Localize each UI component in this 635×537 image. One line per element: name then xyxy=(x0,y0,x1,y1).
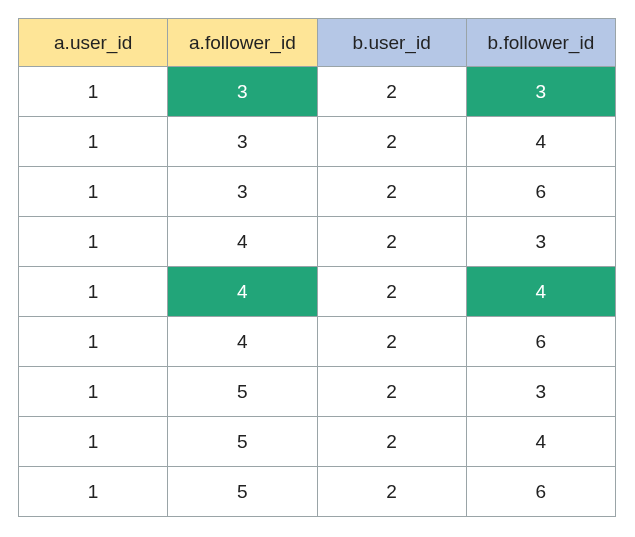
cell-b-user-id: 2 xyxy=(317,367,466,417)
cell-a-follower-id: 4 xyxy=(168,267,317,317)
cell-a-follower-id: 5 xyxy=(168,467,317,517)
table-row: 1323 xyxy=(19,67,616,117)
table-row: 1423 xyxy=(19,217,616,267)
cell-a-follower-id: 4 xyxy=(168,317,317,367)
join-table: a.user_id a.follower_id b.user_id b.foll… xyxy=(18,18,616,517)
cell-a-follower-id: 5 xyxy=(168,417,317,467)
cell-b-user-id: 2 xyxy=(317,117,466,167)
col-b-user-id: b.user_id xyxy=(317,19,466,67)
cell-a-user-id: 1 xyxy=(19,217,168,267)
cell-a-follower-id: 5 xyxy=(168,367,317,417)
table-row: 1526 xyxy=(19,467,616,517)
cell-b-follower-id: 3 xyxy=(466,217,615,267)
cell-b-follower-id: 4 xyxy=(466,267,615,317)
cell-b-user-id: 2 xyxy=(317,167,466,217)
cell-a-follower-id: 3 xyxy=(168,167,317,217)
cell-a-user-id: 1 xyxy=(19,117,168,167)
table-row: 1324 xyxy=(19,117,616,167)
col-b-follower-id: b.follower_id xyxy=(466,19,615,67)
table-row: 1326 xyxy=(19,167,616,217)
table-row: 1523 xyxy=(19,367,616,417)
cell-a-user-id: 1 xyxy=(19,167,168,217)
cell-b-user-id: 2 xyxy=(317,267,466,317)
cell-a-user-id: 1 xyxy=(19,267,168,317)
cell-b-user-id: 2 xyxy=(317,67,466,117)
cell-b-follower-id: 3 xyxy=(466,367,615,417)
cell-b-follower-id: 4 xyxy=(466,117,615,167)
cell-a-user-id: 1 xyxy=(19,317,168,367)
cell-a-user-id: 1 xyxy=(19,67,168,117)
cell-b-user-id: 2 xyxy=(317,317,466,367)
cell-b-follower-id: 4 xyxy=(466,417,615,467)
cell-a-follower-id: 3 xyxy=(168,67,317,117)
cell-b-follower-id: 6 xyxy=(466,317,615,367)
header-row: a.user_id a.follower_id b.user_id b.foll… xyxy=(19,19,616,67)
cell-b-follower-id: 3 xyxy=(466,67,615,117)
table-row: 1424 xyxy=(19,267,616,317)
cell-a-follower-id: 3 xyxy=(168,117,317,167)
table-body: 132313241326142314241426152315241526 xyxy=(19,67,616,517)
table-row: 1524 xyxy=(19,417,616,467)
cell-a-user-id: 1 xyxy=(19,417,168,467)
cell-a-user-id: 1 xyxy=(19,467,168,517)
table-row: 1426 xyxy=(19,317,616,367)
col-a-user-id: a.user_id xyxy=(19,19,168,67)
cell-b-follower-id: 6 xyxy=(466,467,615,517)
cell-b-user-id: 2 xyxy=(317,467,466,517)
cell-b-user-id: 2 xyxy=(317,217,466,267)
cell-a-user-id: 1 xyxy=(19,367,168,417)
table-header: a.user_id a.follower_id b.user_id b.foll… xyxy=(19,19,616,67)
col-a-follower-id: a.follower_id xyxy=(168,19,317,67)
cell-b-follower-id: 6 xyxy=(466,167,615,217)
cell-a-follower-id: 4 xyxy=(168,217,317,267)
cell-b-user-id: 2 xyxy=(317,417,466,467)
